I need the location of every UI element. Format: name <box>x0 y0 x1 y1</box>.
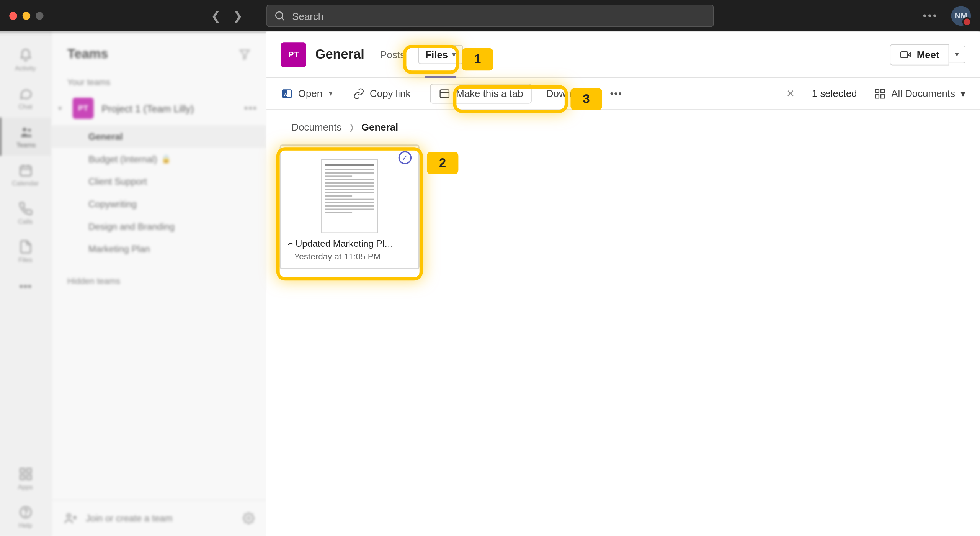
copylink-label: Copy link <box>370 88 410 99</box>
app-rail: Activity Chat Teams Calendar Calls Files <box>0 32 51 536</box>
svg-point-2 <box>23 128 26 131</box>
filter-icon[interactable] <box>239 48 251 60</box>
channel-design[interactable]: Design and Branding <box>51 215 266 238</box>
user-avatar[interactable]: NM <box>951 6 971 26</box>
tab-icon <box>439 87 451 99</box>
rail-label: Calendar <box>12 180 39 187</box>
crumb-root[interactable]: Documents <box>292 121 342 133</box>
selection-count: 1 selected <box>812 88 857 99</box>
rail-chat[interactable]: Chat <box>0 79 51 118</box>
join-create-team[interactable]: Join or create a team <box>86 513 173 524</box>
make-tab-button[interactable]: Make this a tab <box>430 84 532 103</box>
view-selector[interactable]: All Documents ▾ <box>874 87 965 99</box>
team-more[interactable]: ••• <box>244 102 264 114</box>
window-maximize[interactable] <box>36 12 44 20</box>
join-team-icon <box>63 511 78 526</box>
phone-icon <box>18 202 33 216</box>
svg-point-13 <box>25 515 26 516</box>
rail-label: Files <box>18 256 32 264</box>
main-content: PT General Posts Files ▾ ＋ <box>266 32 980 536</box>
sync-icon: ⤺ <box>287 239 294 248</box>
channel-label: Design and Branding <box>88 221 175 232</box>
tab-posts[interactable]: Posts <box>380 32 405 77</box>
channel-general[interactable]: General <box>51 125 266 148</box>
rail-more[interactable]: ••• <box>19 270 32 303</box>
link-icon <box>353 87 364 99</box>
back-button[interactable]: ❮ <box>211 8 221 23</box>
section-hidden-teams: Hidden teams <box>51 267 266 291</box>
video-icon <box>900 49 911 61</box>
rail-apps[interactable]: Apps <box>0 459 51 498</box>
copy-link-button[interactable]: Copy link <box>353 87 410 99</box>
tab-label: Posts <box>380 49 405 60</box>
channel-marketing[interactable]: Marketing Plan <box>51 238 266 260</box>
svg-rect-9 <box>26 469 31 473</box>
meet-button[interactable]: Meet <box>890 44 949 65</box>
rail-label: Apps <box>18 483 33 490</box>
titlebar: ❮ ❯ Search ••• NM <box>0 0 980 32</box>
teams-panel: Teams Your teams ▾ PT Project 1 (Team Li… <box>51 32 266 536</box>
channel-client-support[interactable]: Client Support <box>51 170 266 193</box>
file-card[interactable]: ✓ ⤺Updated Marketing Pl… Yesterday at 11… <box>280 144 420 269</box>
apps-icon <box>18 467 33 481</box>
rail-calendar[interactable]: Calendar <box>0 156 51 194</box>
svg-rect-10 <box>20 475 24 479</box>
rail-label: Activity <box>15 65 36 72</box>
team-row[interactable]: ▾ PT Project 1 (Team Lilly) ••• <box>53 92 265 124</box>
rail-activity[interactable]: Activity <box>0 41 51 79</box>
bell-icon <box>18 48 33 63</box>
svg-rect-19 <box>900 51 907 57</box>
section-your-teams: Your teams <box>51 68 266 92</box>
rail-calls[interactable]: Calls <box>0 194 51 233</box>
svg-point-0 <box>276 12 283 19</box>
rail-teams[interactable]: Teams <box>0 118 51 156</box>
channel-label: Budget (Internal) <box>88 154 157 164</box>
file-name: ⤺Updated Marketing Pl… <box>281 238 418 249</box>
svg-rect-24 <box>440 89 449 97</box>
team-avatar: PT <box>73 98 94 119</box>
download-button[interactable]: Download <box>546 88 590 99</box>
tab-files[interactable]: Files ▾ <box>418 32 463 77</box>
gear-icon[interactable] <box>243 512 255 524</box>
forward-button[interactable]: ❯ <box>233 8 243 23</box>
rail-label: Calls <box>18 218 33 225</box>
channel-label: Client Support <box>88 176 147 187</box>
files-toolbar: W Open ▾ Copy link Make this a tab Downl… <box>266 78 980 110</box>
open-button[interactable]: W Open ▾ <box>281 87 333 99</box>
toolbar-more[interactable]: ••• <box>610 88 622 99</box>
window-minimize[interactable] <box>23 12 31 20</box>
svg-text:W: W <box>283 91 287 96</box>
svg-point-15 <box>67 514 70 517</box>
clear-selection[interactable]: ✕ <box>786 87 795 99</box>
rail-files[interactable]: Files <box>0 232 51 270</box>
window-close[interactable] <box>9 12 17 20</box>
team-name: Project 1 (Team Lilly) <box>101 103 236 114</box>
file-selected-check-icon[interactable]: ✓ <box>399 151 412 164</box>
rail-help[interactable]: Help <box>0 498 51 536</box>
add-tab-button[interactable]: ＋ <box>476 46 488 62</box>
svg-rect-28 <box>875 94 879 98</box>
download-label: Download <box>546 88 590 99</box>
team-initials: PT <box>78 104 88 113</box>
chevron-down-icon: ▾ <box>329 89 333 98</box>
meet-dropdown[interactable]: ▾ <box>949 46 965 64</box>
file-name-text: Updated Marketing Pl… <box>296 238 394 249</box>
search-placeholder: Search <box>292 10 323 21</box>
channel-initials: PT <box>288 49 299 59</box>
rail-label: Teams <box>16 141 36 149</box>
rail-label: Chat <box>18 103 32 110</box>
rail-label: Help <box>19 521 32 529</box>
history-nav: ❮ ❯ <box>211 8 243 23</box>
channel-label: General <box>88 131 123 142</box>
crumb-current: General <box>361 121 398 133</box>
channel-budget[interactable]: Budget (Internal) 🔒 <box>51 148 266 170</box>
channel-label: Copywriting <box>88 199 137 210</box>
search-input[interactable]: Search <box>266 5 714 27</box>
svg-marker-14 <box>240 50 249 59</box>
app-more-menu[interactable]: ••• <box>923 10 938 22</box>
file-icon <box>18 239 33 254</box>
tab-label: Files <box>425 49 448 60</box>
file-date: Yesterday at 11:05 PM <box>281 249 418 262</box>
channel-copywriting[interactable]: Copywriting <box>51 193 266 215</box>
chevron-down-icon: ▾ <box>960 87 966 99</box>
